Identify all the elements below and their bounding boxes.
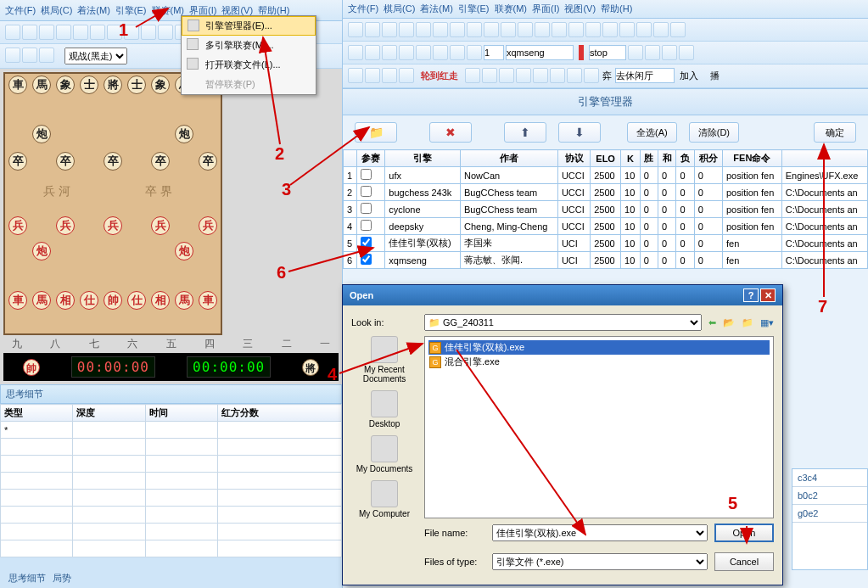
delete-engine-button[interactable]: ✖ [429,122,472,143]
toolbar-button[interactable] [628,45,643,60]
toolbar-button[interactable] [645,45,660,60]
participate-checkbox[interactable] [361,203,372,214]
toolbar-button[interactable] [399,68,414,83]
toolbar-button[interactable] [550,68,565,83]
col-time[interactable]: 时间 [145,405,217,422]
toolbar-button[interactable] [619,22,635,37]
toolbar-button[interactable] [416,22,431,37]
file-list[interactable]: G佳佳引擎(双核).exe G混合引擎.exe [424,336,774,518]
toolbar-button[interactable] [670,22,686,37]
menu-ui[interactable]: 界面(I) [532,3,559,15]
em-col[interactable]: 参赛 [357,150,385,167]
join-label[interactable]: 加入 [676,68,702,84]
newfolder-icon[interactable]: 📁 [742,317,753,328]
up-icon[interactable]: 📂 [723,317,735,328]
cancel-button[interactable]: Cancel [714,552,774,571]
toolbar-button[interactable] [467,22,482,37]
add-engine-button[interactable]: 📁 [355,122,397,143]
menu-view[interactable]: 视图(V) [564,3,596,15]
menu-file[interactable]: 文件(F) [348,3,378,15]
menu-item-open-league[interactable]: 打开联赛文件(L)... [182,55,316,75]
move-number-input[interactable] [484,45,504,60]
toolbar-button[interactable] [399,45,414,60]
toolbar-button[interactable] [124,25,139,40]
toolbar-button[interactable] [653,22,669,37]
toolbar-button[interactable] [5,48,20,63]
col-depth[interactable]: 深度 [73,405,145,422]
em-col[interactable]: 积分 [694,150,722,167]
menu-league[interactable]: 联赛(M) [495,3,528,15]
toolbar-button[interactable] [348,22,363,37]
toolbar-button[interactable] [56,25,71,40]
engine-row[interactable]: 2bugchess 243kBugCChess teamUCCI25001000… [344,184,868,201]
place-recent[interactable]: My Recent Documents [351,336,417,384]
toolbar-button[interactable] [465,68,480,83]
toolbar-button[interactable] [365,45,380,60]
move-up-button[interactable]: ⬆ [504,122,546,143]
ok-button[interactable]: 确定 [814,122,856,143]
broadcast-label[interactable]: 播 [703,68,726,84]
engine-row[interactable]: 6xqmseng蒋志敏、张闻.UCI2500100000fenC:\Docume… [344,252,868,269]
em-col[interactable]: FEN命令 [722,150,781,167]
help-button[interactable]: ? [743,288,759,302]
menu-game[interactable]: 棋局(C) [384,3,415,15]
toolbar-button[interactable] [568,22,584,37]
em-col[interactable]: 作者 [461,150,558,167]
toolbar-button[interactable] [501,22,516,37]
menu-file[interactable]: 文件(F) [5,3,36,18]
menu-move[interactable]: 着法(M) [420,3,453,15]
back-icon[interactable]: ⬅ [708,317,716,328]
participate-checkbox[interactable] [361,220,372,231]
em-col[interactable]: 协议 [557,150,590,167]
toolbar-button[interactable] [552,22,567,37]
view-mode-select[interactable]: 观战(黑走) [64,48,127,64]
move-item[interactable]: b0c2 [792,487,867,505]
menu-engine[interactable]: 引擎(E) [458,3,490,15]
toolbar-button[interactable] [679,45,694,60]
toolbar-button[interactable] [602,22,618,37]
em-col[interactable]: 胜 [640,150,658,167]
em-col[interactable] [344,150,357,167]
toolbar-button[interactable] [73,25,88,40]
engine-name-input[interactable] [506,45,574,60]
toolbar-button[interactable] [399,22,414,37]
lookin-select[interactable]: 📁 GG_240311 [424,314,702,331]
toolbar-button[interactable] [433,45,448,60]
open-button[interactable]: Open [714,524,774,542]
toolbar-button[interactable] [365,68,380,83]
toolbar-button[interactable] [467,45,482,60]
toolbar-button[interactable] [482,68,497,83]
toolbar-button[interactable] [636,22,652,37]
participate-checkbox[interactable] [361,169,372,180]
viewmode-icon[interactable]: ▦▾ [760,317,774,328]
participate-checkbox[interactable] [361,254,372,265]
em-col[interactable]: 和 [658,150,676,167]
toolbar-button[interactable] [516,68,531,83]
toolbar-button[interactable] [348,45,363,60]
file-item[interactable]: G佳佳引擎(双核).exe [428,340,770,355]
em-col[interactable]: 引擎 [385,150,461,167]
menu-league[interactable]: 联赛(M) [152,3,185,18]
toolbar-button[interactable] [450,22,465,37]
toolbar-button[interactable] [518,22,533,37]
select-all-button[interactable]: 全选(A) [627,122,677,143]
em-col[interactable]: K [621,150,641,167]
participate-checkbox[interactable] [361,237,372,248]
place-mydocs[interactable]: My Documents [351,435,417,473]
menu-item-engine-manager[interactable]: 引擎管理器(E)... [182,16,316,36]
toolbar-button[interactable] [348,68,363,83]
toolbar-button[interactable] [365,22,380,37]
xiangqi-board[interactable]: 車馬象士將士象馬車 炮炮 卒卒卒卒卒 兵 河 卒 界 兵兵兵兵兵 炮炮 車馬相仕… [3,72,222,335]
menu-engine[interactable]: 引擎(E) [115,3,147,18]
toolbar-button[interactable] [416,45,431,60]
move-item[interactable]: c3c4 [792,469,867,487]
toolbar-button[interactable] [39,25,54,40]
col-type[interactable]: 类型 [1,405,73,422]
toolbar-button[interactable] [484,22,499,37]
em-col[interactable]: 负 [676,150,694,167]
col-redscore[interactable]: 红方分数 [218,405,342,422]
status-input[interactable] [589,45,626,60]
tab-situation[interactable]: 局势 [53,572,71,585]
file-item[interactable]: G混合引擎.exe [428,355,770,369]
toolbar-button[interactable] [90,25,105,40]
